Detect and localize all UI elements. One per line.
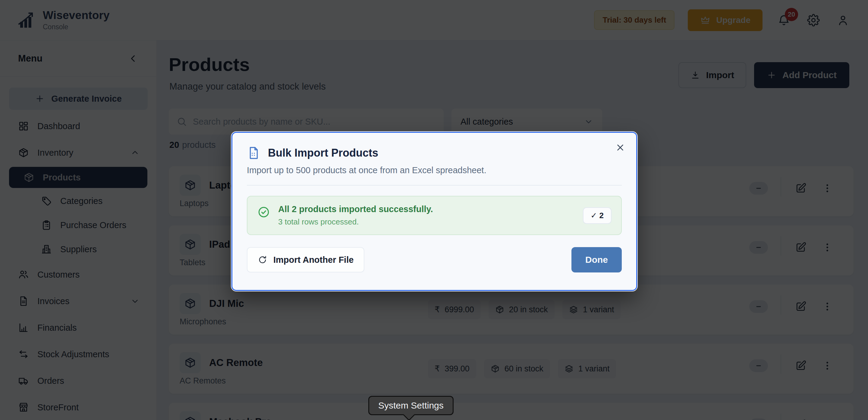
check-circle-icon xyxy=(257,205,270,219)
modal-subtitle: Import up to 500 products at once from a… xyxy=(247,165,622,175)
system-settings-tooltip: System Settings xyxy=(368,396,454,415)
modal-title: Bulk Import Products xyxy=(268,147,378,159)
import-success-banner: All 2 products imported successfully. 3 … xyxy=(247,196,622,235)
done-button[interactable]: Done xyxy=(571,247,622,273)
refresh-icon xyxy=(258,255,267,264)
close-icon xyxy=(615,142,625,153)
success-subtitle: 3 total rows processed. xyxy=(278,217,433,227)
bulk-import-modal: Bulk Import Products Import up to 500 pr… xyxy=(231,132,637,291)
modal-close-button[interactable] xyxy=(615,142,625,153)
modal-divider xyxy=(247,185,622,186)
success-title: All 2 products imported successfully. xyxy=(278,204,433,214)
success-count-badge: ✓ 2 xyxy=(583,207,612,224)
spreadsheet-file-icon xyxy=(247,146,261,160)
import-another-file-button[interactable]: Import Another File xyxy=(247,247,364,273)
